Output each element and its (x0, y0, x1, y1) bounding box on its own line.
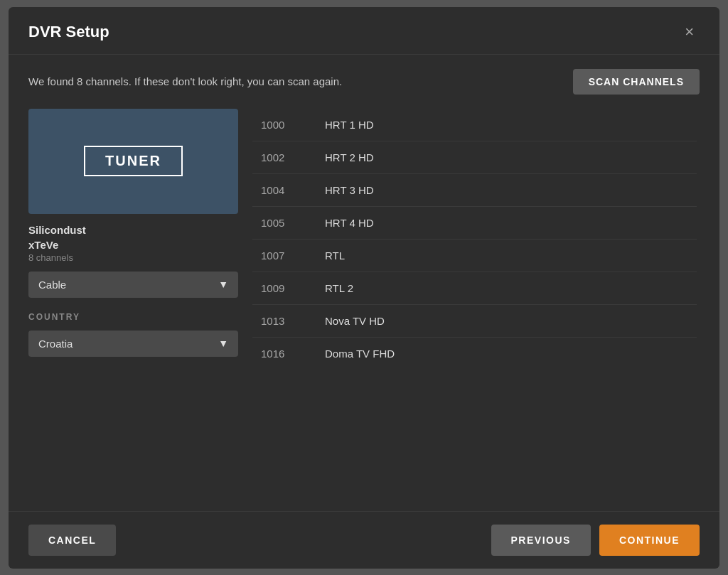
channel-name: Nova TV HD (325, 315, 385, 327)
dialog-footer: CANCEL PREVIOUS CONTINUE (9, 511, 719, 569)
channel-name: RTL (325, 249, 345, 262)
channel-number: 1013 (261, 315, 296, 327)
channel-number: 1016 (261, 348, 296, 360)
continue-button[interactable]: CONTINUE (599, 525, 700, 556)
channel-number: 1009 (261, 282, 296, 294)
previous-button[interactable]: PREVIOUS (491, 525, 591, 556)
device-info: Silicondust xTeVe 8 channels (28, 222, 238, 263)
channel-list[interactable]: 1000HRT 1 HD1002HRT 2 HD1004HRT 3 HD1005… (252, 109, 700, 407)
right-panel: 1000HRT 1 HD1002HRT 2 HD1004HRT 3 HD1005… (252, 109, 700, 511)
channel-row: 1002HRT 2 HD (252, 141, 697, 174)
dialog-header: DVR Setup × (9, 7, 719, 55)
dialog-title: DVR Setup (28, 23, 109, 41)
channel-name: RTL 2 (325, 282, 353, 294)
scan-channels-button[interactable]: SCAN CHANNELS (573, 69, 700, 95)
device-name-line2: xTeVe (28, 237, 238, 252)
channel-row: 1004HRT 3 HD (252, 174, 697, 207)
channel-row: 1005HRT 4 HD (252, 207, 697, 240)
left-panel: TUNER Silicondust xTeVe 8 channels Cable… (28, 109, 238, 511)
channel-name: HRT 3 HD (325, 184, 374, 196)
channel-number: 1004 (261, 184, 296, 196)
channel-count: 8 channels (28, 252, 238, 263)
scan-message: We found 8 channels. If these don't look… (28, 75, 342, 87)
country-value: Croatia (38, 338, 73, 350)
tuner-card: TUNER (28, 109, 238, 214)
signal-type-dropdown[interactable]: Cable ▼ (28, 272, 238, 298)
signal-type-arrow-icon: ▼ (218, 279, 228, 290)
footer-right-buttons: PREVIOUS CONTINUE (491, 525, 700, 556)
country-section-label: COUNTRY (28, 312, 238, 322)
country-dropdown[interactable]: Croatia ▼ (28, 331, 238, 357)
channel-row: 1013Nova TV HD (252, 305, 697, 338)
channel-number: 1002 (261, 151, 296, 163)
channel-row: 1009RTL 2 (252, 272, 697, 305)
tuner-label: TUNER (84, 146, 183, 176)
channel-number: 1005 (261, 217, 296, 229)
country-arrow-icon: ▼ (218, 338, 228, 349)
channel-number: 1000 (261, 119, 296, 131)
channel-name: HRT 4 HD (325, 217, 374, 229)
channel-row: 1007RTL (252, 240, 697, 272)
signal-type-value: Cable (38, 279, 66, 291)
channel-name: Doma TV FHD (325, 348, 395, 360)
channel-number: 1007 (261, 249, 296, 262)
content-area: TUNER Silicondust xTeVe 8 channels Cable… (9, 109, 719, 511)
channel-name: HRT 2 HD (325, 151, 374, 163)
channel-name: HRT 1 HD (325, 119, 374, 131)
channel-row: 1000HRT 1 HD (252, 109, 697, 141)
channel-row: 1016Doma TV FHD (252, 338, 697, 370)
scan-row: We found 8 channels. If these don't look… (9, 55, 719, 109)
close-button[interactable]: × (679, 21, 700, 43)
dvr-setup-dialog: DVR Setup × We found 8 channels. If thes… (9, 7, 719, 569)
device-name-line1: Silicondust (28, 222, 238, 237)
cancel-button[interactable]: CANCEL (28, 525, 116, 556)
